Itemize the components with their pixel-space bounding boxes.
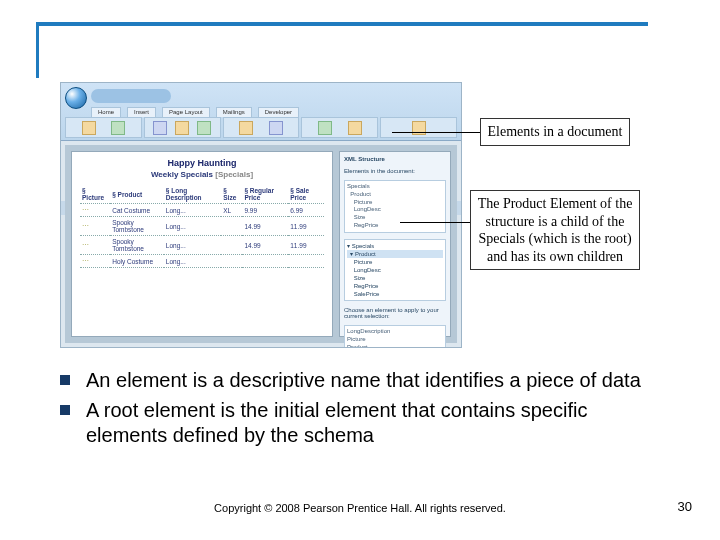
xml-structure-pane: XML Structure Elements in the document: … (339, 151, 451, 337)
callout-product-element: The Product Element of the structure is … (470, 190, 640, 270)
callout-elements: Elements in a document (480, 118, 630, 146)
bullet-square-icon (60, 405, 70, 415)
taskpane-hint-box: Specials Product Picture LongDesc Size R… (344, 180, 446, 233)
bullet-item: An element is a descriptive name that id… (60, 368, 666, 392)
quick-access-toolbar (91, 89, 171, 103)
ribbon-groups (65, 117, 457, 138)
apply-label: Choose an element to apply to your curre… (344, 307, 446, 319)
xml-tree: ▾ Specials ▾ Product Picture LongDesc Si… (344, 239, 446, 302)
ribbon-tabs: Home Insert Page Layout Mailings Develop… (91, 107, 457, 117)
ribbon-tab: Page Layout (162, 107, 210, 117)
table-row: ⋯Holy CostumeLong... (80, 255, 324, 268)
specials-table: § Picture § Product § Long Description §… (80, 185, 324, 268)
copyright: Copyright © 2008 Pearson Prentice Hall. … (0, 502, 720, 514)
ribbon-tab: Developer (258, 107, 299, 117)
top-rule (36, 22, 648, 26)
table-row: ⋯Spooky TombstoneLong...14.9911.99 (80, 217, 324, 236)
bullet-list: An element is a descriptive name that id… (60, 368, 666, 453)
taskpane-title: XML Structure (344, 156, 446, 162)
office-button-icon (65, 87, 87, 109)
slide: Home Insert Page Layout Mailings Develop… (0, 0, 720, 540)
ribbon-tab: Home (91, 107, 121, 117)
tree-product-node: ▾ Product (347, 250, 443, 258)
table-row: ⋯Cat CostumeLong...XL9.996.99 (80, 204, 324, 217)
bullet-square-icon (60, 375, 70, 385)
ribbon-tab: Insert (127, 107, 156, 117)
doc-main-title: Happy Haunting (80, 158, 324, 168)
bullet-text: A root element is the initial element th… (86, 398, 666, 447)
callout-leader-2 (400, 222, 470, 223)
callout-leader-1 (392, 132, 480, 133)
bullet-text: An element is a descriptive name that id… (86, 368, 666, 392)
taskpane-hint-label: Elements in the document: (344, 168, 446, 174)
document-page: Happy Haunting Weekly Specials [Specials… (71, 151, 333, 337)
word-screenshot: Home Insert Page Layout Mailings Develop… (60, 82, 462, 348)
left-rule (36, 22, 39, 78)
apply-box: LongDescription Picture Product RegularP… (344, 325, 446, 348)
page-number: 30 (678, 499, 692, 514)
document-surface: Happy Haunting Weekly Specials [Specials… (65, 145, 457, 343)
table-row: ⋯Spooky TombstoneLong...14.9911.99 (80, 236, 324, 255)
bullet-item: A root element is the initial element th… (60, 398, 666, 447)
doc-subtitle: Weekly Specials [Specials] (80, 170, 324, 179)
ribbon-tab: Mailings (216, 107, 252, 117)
